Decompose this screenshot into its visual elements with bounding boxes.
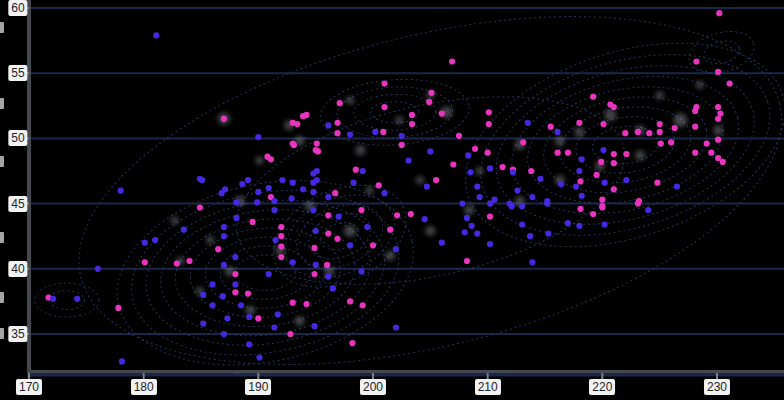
scatter-point-magenta-class	[692, 124, 698, 130]
scatter-point-magenta-class	[221, 116, 227, 122]
scatter-point-blue-violet-class	[325, 274, 331, 280]
scatter-point-blue-violet-class	[221, 233, 227, 239]
x-tick-mark-210	[487, 373, 489, 379]
scatter-point-magenta-class	[500, 164, 506, 170]
contour-right-lobe-level-4	[517, 70, 734, 220]
scatter-point-magenta-class	[387, 227, 393, 233]
scatter-point-magenta-class	[245, 291, 251, 297]
x-axis-spine	[27, 370, 784, 374]
scatter-point-blue-violet-class	[209, 281, 215, 287]
scatter-point-magenta-class	[708, 150, 714, 156]
x-tick-mark-230	[716, 373, 718, 379]
scatter-point-blue-violet-class	[220, 293, 226, 299]
scatter-point-blue-violet-class	[232, 281, 238, 287]
scatter-point-blue-violet-class	[358, 268, 364, 274]
scatter-point-blue-violet-class	[310, 180, 316, 186]
scatter-point-magenta-class	[291, 142, 297, 148]
scatter-point-blue-violet-class	[422, 216, 428, 222]
scatter-point-magenta-class	[250, 219, 256, 225]
scatter-point-blue-violet-class	[514, 188, 520, 194]
scatter-point-blue-violet-class	[510, 169, 516, 175]
scatter-point-blue-violet-class	[325, 122, 331, 128]
scatter-point-blue-violet-class	[474, 231, 480, 237]
scatter-point-blue-violet-class	[255, 189, 261, 195]
density-smudge	[245, 306, 255, 316]
scatter-point-blue-violet-class	[255, 134, 261, 140]
scatter-point-magenta-class	[657, 121, 663, 127]
scatter-point-blue-violet-class	[221, 331, 227, 337]
scatter-point-magenta-class	[142, 259, 148, 265]
scatter-point-blue-violet-class	[224, 315, 230, 321]
scatter-point-blue-violet-class	[525, 120, 531, 126]
scatter-point-magenta-class	[657, 129, 663, 135]
scatter-point-blue-violet-class	[313, 262, 319, 268]
scatter-point-magenta-class	[174, 261, 180, 267]
scatter-point-magenta-class	[324, 262, 330, 268]
scatter-point-blue-violet-class	[509, 203, 515, 209]
scatter-points	[45, 10, 732, 376]
scatter-point-blue-violet-class	[289, 195, 295, 201]
scatter-point-magenta-class	[486, 109, 492, 115]
scatter-point-magenta-class	[358, 207, 364, 213]
scatter-point-blue-violet-class	[181, 227, 187, 233]
scatter-point-magenta-class	[472, 146, 478, 152]
x-tick-mark-190	[257, 373, 259, 379]
scatter-point-blue-violet-class	[271, 324, 277, 330]
scatter-point-blue-violet-class	[427, 148, 433, 154]
y-tick-mark-40	[22, 268, 29, 270]
x-tick-mark-220	[601, 373, 603, 379]
scatter-point-blue-violet-class	[246, 341, 252, 347]
scatter-point-blue-violet-class	[219, 190, 225, 196]
scatter-point-blue-violet-class	[545, 231, 551, 237]
scatter-point-magenta-class	[716, 10, 722, 16]
scatter-point-blue-violet-class	[464, 215, 470, 221]
scatter-point-blue-violet-class	[600, 147, 606, 153]
scatter-point-blue-violet-class	[256, 354, 262, 360]
scatter-point-magenta-class	[692, 108, 698, 114]
scatter-point-magenta-class	[186, 258, 192, 264]
scatter-point-blue-violet-class	[674, 184, 680, 190]
scatter-point-magenta-class	[704, 141, 710, 147]
scatter-point-magenta-class	[577, 178, 583, 184]
contour-upper-left-lobe-level-2	[353, 94, 436, 131]
density-smudge	[696, 81, 704, 89]
scatter-point-magenta-class	[594, 172, 600, 178]
density-smudge	[385, 251, 395, 261]
scatter-point-magenta-class	[311, 271, 317, 277]
scatter-point-blue-violet-class	[576, 168, 582, 174]
scatter-point-magenta-class	[255, 315, 261, 321]
scatter-point-blue-violet-class	[238, 302, 244, 308]
density-smudge	[171, 217, 179, 225]
scatter-point-magenta-class	[485, 150, 491, 156]
scatter-point-blue-violet-class	[152, 237, 158, 243]
scatter-point-magenta-class	[577, 206, 583, 212]
scatter-point-blue-violet-class	[271, 207, 277, 213]
scatter-point-magenta-class	[394, 212, 400, 218]
scatter-point-blue-violet-class	[290, 259, 296, 265]
scatter-point-blue-violet-class	[95, 266, 101, 272]
scatter-point-blue-violet-class	[558, 181, 564, 187]
density-smudge	[255, 157, 263, 165]
scatter-point-blue-violet-class	[142, 240, 148, 246]
scatter-point-magenta-class	[715, 116, 721, 122]
y-axis-spine	[27, 0, 31, 377]
scatter-point-blue-violet-class	[232, 254, 238, 260]
scatter-point-blue-violet-class	[579, 193, 585, 199]
scatter-point-magenta-class	[278, 233, 284, 239]
scatter-point-blue-violet-class	[519, 221, 525, 227]
scatter-point-magenta-class	[692, 150, 698, 156]
density-smudge	[656, 91, 664, 99]
scatter-point-magenta-class	[449, 58, 455, 64]
scatter-point-blue-violet-class	[576, 223, 582, 229]
scatter-point-magenta-class	[715, 104, 721, 110]
scatter-point-magenta-class	[646, 130, 652, 136]
scatter-point-magenta-class	[232, 289, 238, 295]
scatter-point-blue-violet-class	[477, 194, 483, 200]
scatter-point-magenta-class	[611, 160, 617, 166]
density-smudge	[635, 150, 645, 160]
scatter-point-blue-violet-class	[519, 203, 525, 209]
scatter-point-blue-violet-class	[360, 168, 366, 174]
scatter-point-blue-violet-class	[393, 324, 399, 330]
scatter-point-blue-violet-class	[462, 229, 468, 235]
scatter-point-magenta-class	[215, 246, 221, 252]
